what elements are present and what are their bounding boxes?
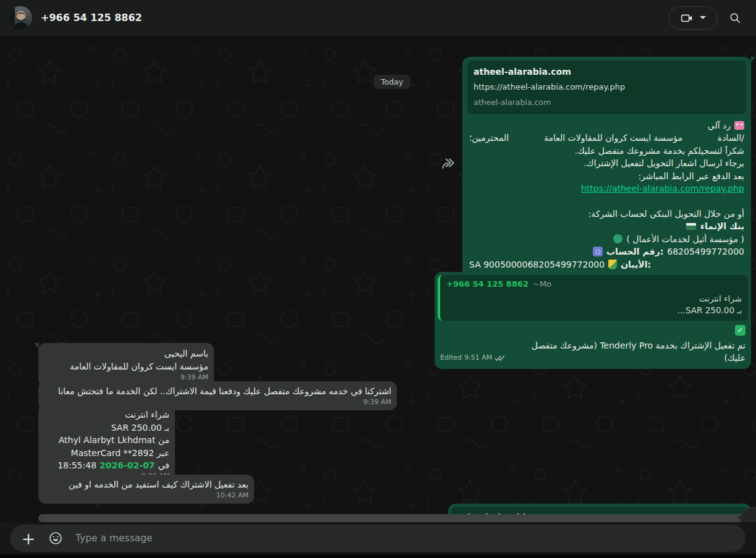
date-divider: Today — [373, 75, 410, 89]
iban-value: SA 9005000068205499772000 — [469, 258, 605, 271]
purchase-line: من Athyl Alarbyt Lkhdmat — [44, 434, 169, 447]
forward-message-button[interactable] — [436, 151, 460, 175]
video-camera-icon — [680, 11, 694, 25]
quoted-sender-suffix: ~Mo — [533, 278, 551, 291]
purchase-line: بـ SAR 250.00 — [44, 421, 169, 434]
payment-link[interactable]: https://atheel-alarabia.com/repay.php — [581, 184, 744, 193]
message-line: باسم اليحيى — [44, 347, 208, 360]
bubble-tail — [750, 57, 755, 63]
link-preview[interactable]: atheel-alarabia.com https://atheel-alara… — [467, 61, 746, 114]
video-call-button[interactable] — [668, 6, 718, 30]
horizontal-scrollbar[interactable] — [38, 514, 751, 522]
bank-transfer-intro: أو من خلال التحويل البنكي لحساب الشركة: — [469, 208, 744, 221]
chevron-down-icon[interactable] — [700, 16, 706, 19]
composer-bar: + Type a message — [0, 522, 756, 554]
message-line: شكرآ لتسجيلكم بخدمة مشروعك متفصل عليك. — [469, 145, 744, 158]
chat-title: +966 54 125 8862 — [41, 12, 142, 23]
salutation-right: السادة/ — [718, 132, 744, 145]
check-mark-emoji-icon: ✓ — [735, 325, 745, 336]
iban-label: الأيبان: — [621, 258, 651, 271]
message-input[interactable]: Type a message — [75, 533, 739, 544]
quoted-text-line: بـ SAR 250.00… — [446, 305, 742, 316]
bank-emoji-icon: ▢ — [593, 247, 603, 256]
chat-header: +966 54 125 8862 — [0, 0, 756, 36]
double-check-icon — [495, 355, 505, 361]
account-holder: ( مؤسسة أثيل لخدمات الأعمال ) — [626, 233, 744, 246]
saudi-flag-emoji-icon — [686, 222, 697, 230]
purchase-time-value: 18:55:48 — [57, 459, 96, 472]
message-input-container[interactable]: + Type a message — [10, 525, 745, 552]
purchase-line: شراء انترنت — [44, 408, 169, 421]
quoted-message[interactable]: +966 54 125 8862 ~Mo شراء انترنت بـ SAR … — [438, 275, 748, 321]
message-list: Today atheel-alarabia.com https://atheel… — [0, 36, 756, 522]
whatsapp-chat-window: +966 54 125 8862 — [0, 0, 756, 558]
link-preview-url: https://atheel-alarabia.com/repay.php — [474, 81, 740, 94]
salutation-middle: مؤسسة ايست كروان للمقاولات العامة — [544, 132, 682, 145]
contact-avatar[interactable] — [9, 6, 32, 30]
search-button[interactable] — [723, 6, 747, 30]
account-number-label: رقم الحساب: — [606, 245, 663, 258]
message-text: اشتركنا في خدمه مشروعك متفصل عليك ودفعنا… — [44, 385, 391, 398]
message-line: بعد الدفع عبر الرابط المباشر: — [469, 170, 744, 183]
bank-name: بنك الإنماء — [700, 220, 744, 233]
message-time: 10:42 AM — [216, 489, 248, 502]
emoji-button[interactable] — [45, 527, 67, 549]
quoted-sender: +966 54 125 8862 — [446, 278, 529, 291]
message-bubble-activation[interactable]: +966 54 125 8862 ~Mo شراء انترنت بـ SAR … — [435, 272, 751, 369]
attach-button[interactable]: + — [16, 526, 41, 551]
activation-text: تم تفعيل الإشتراك بخدمة Tenderly Pro (مش… — [510, 339, 745, 365]
beginner-badge-emoji-icon — [608, 260, 617, 269]
robot-emoji-icon — [734, 121, 744, 130]
message-time: 9:51 AM — [464, 352, 492, 365]
emoji-icon — [48, 531, 63, 546]
purchase-line: عبر MasterCard **2892 — [44, 447, 169, 460]
link-preview-domain: atheel-alarabia.com — [474, 96, 740, 109]
green-circle-emoji-icon — [613, 234, 622, 243]
plus-icon: + — [22, 529, 36, 548]
message-bubble-purchase[interactable]: شراء انترنت بـ SAR 250.00 من Athyl Alarb… — [38, 404, 175, 485]
message-time: 9:39 AM — [363, 396, 391, 409]
edited-label: Edited — [440, 352, 462, 365]
message-line: برجاء ارسال اشعار التحويل لتفعيل الإشترا… — [469, 157, 744, 170]
salutation-left: المحترمين؛ — [469, 132, 509, 145]
bubble-tail — [34, 343, 39, 349]
message-line: مؤسسة ايست كروان للمقاولات العامة — [44, 360, 208, 373]
link-preview-title: atheel-alarabia.com — [474, 66, 740, 78]
window-edge — [0, 554, 756, 558]
message-bubble-incoming[interactable]: باسم اليحيى مؤسسة ايست كروان للمقاولات ا… — [38, 343, 214, 387]
avatar-image — [9, 6, 32, 30]
message-bubble-incoming[interactable]: بعد تفعيل الاشتراك كيف استفيد من الخدمه … — [38, 475, 254, 504]
forward-icon — [440, 155, 456, 171]
auto-reply-label: رد آلي — [708, 119, 731, 132]
message-bubble-auto-reply[interactable]: atheel-alarabia.com https://atheel-alara… — [462, 57, 751, 285]
search-icon — [729, 12, 741, 24]
quoted-text-line: شراء انترنت — [446, 293, 742, 305]
account-number-value: 68205499772000 — [667, 245, 744, 258]
